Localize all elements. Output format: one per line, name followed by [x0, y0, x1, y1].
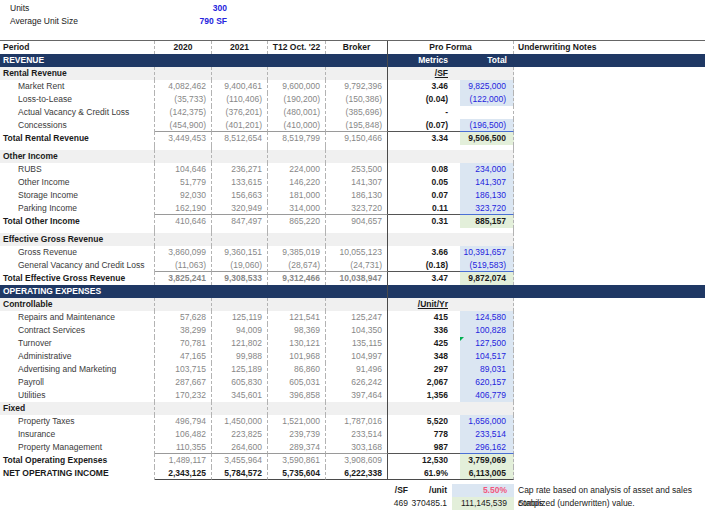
concessions-2020[interactable]: (454,900) — [155, 119, 212, 132]
actual-vacancy-credit-loss-2020[interactable]: (142,375) — [155, 106, 212, 119]
advertising-and-marketing-proforma-total[interactable]: 89,031 — [460, 363, 514, 376]
total-other-income-2021[interactable]: 847,497 — [212, 215, 268, 228]
actual-vacancy-credit-loss-broker[interactable]: (385,696) — [326, 106, 388, 119]
insurance-metric[interactable]: 778 — [388, 428, 460, 441]
total-other-income-t12[interactable]: 865,220 — [268, 215, 326, 228]
total-effective-gross-revenue-proforma-total[interactable]: 9,872,074 — [460, 272, 514, 285]
turnover-2021[interactable]: 121,802 — [212, 337, 268, 350]
concessions-t12[interactable]: (410,000) — [268, 119, 326, 132]
property-taxes-2020[interactable]: 496,794 — [155, 415, 212, 428]
general-vacancy-and-credit-loss-proforma-total[interactable]: (519,583) — [460, 259, 514, 272]
storage-income-t12[interactable]: 181,000 — [268, 189, 326, 202]
actual-vacancy-credit-loss-proforma-total[interactable] — [460, 106, 514, 119]
parking-income-metric[interactable]: 0.11 — [388, 202, 460, 215]
property-management-2020[interactable]: 110,355 — [155, 441, 212, 454]
contract-services-metric[interactable]: 336 — [388, 324, 460, 337]
parking-income-2020[interactable]: 162,190 — [155, 202, 212, 215]
total-rental-revenue-t12[interactable]: 8,519,799 — [268, 132, 326, 145]
other-income-metric[interactable]: 0.05 — [388, 176, 460, 189]
contract-services-proforma-total[interactable]: 100,828 — [460, 324, 514, 337]
general-vacancy-and-credit-loss-t12[interactable]: (28,674) — [268, 259, 326, 272]
total-other-income-2020[interactable]: 410,646 — [155, 215, 212, 228]
other-income-2020[interactable]: 51,779 — [155, 176, 212, 189]
turnover-proforma-total[interactable]: 127,500 — [460, 337, 514, 350]
net-operating-income-metric[interactable]: 61.9% — [388, 467, 460, 480]
parking-income-broker[interactable]: 323,720 — [326, 202, 388, 215]
cap-rate-value[interactable]: 5.50% — [452, 484, 514, 497]
utilities-t12[interactable]: 396,858 — [268, 389, 326, 402]
actual-vacancy-credit-loss-t12[interactable]: (480,001) — [268, 106, 326, 119]
repairs-and-maintenance-broker[interactable]: 125,247 — [326, 311, 388, 324]
net-operating-income-broker[interactable]: 6,222,338 — [326, 467, 388, 480]
contract-services-2021[interactable]: 94,009 — [212, 324, 268, 337]
payroll-metric[interactable]: 2,067 — [388, 376, 460, 389]
general-vacancy-and-credit-loss-metric[interactable]: (0.18) — [388, 259, 460, 272]
rubs-2020[interactable]: 104,646 — [155, 163, 212, 176]
total-rental-revenue-2021[interactable]: 8,512,654 — [212, 132, 268, 145]
storage-income-2020[interactable]: 92,030 — [155, 189, 212, 202]
insurance-2020[interactable]: 106,482 — [155, 428, 212, 441]
total-operating-expenses-t12[interactable]: 3,590,861 — [268, 454, 326, 467]
repairs-and-maintenance-2020[interactable]: 57,628 — [155, 311, 212, 324]
parking-income-proforma-total[interactable]: 323,720 — [460, 202, 514, 215]
storage-income-metric[interactable]: 0.07 — [388, 189, 460, 202]
total-rental-revenue-metric[interactable]: 3.34 — [388, 132, 460, 145]
insurance-2021[interactable]: 223,825 — [212, 428, 268, 441]
col-header-2020[interactable]: 2020 — [155, 41, 212, 54]
market-rent-t12[interactable]: 9,600,000 — [268, 80, 326, 93]
gross-revenue-proforma-total[interactable]: 10,391,657 — [460, 246, 514, 259]
repairs-and-maintenance-metric[interactable]: 415 — [388, 311, 460, 324]
turnover-2020[interactable]: 70,781 — [155, 337, 212, 350]
rubs-t12[interactable]: 224,000 — [268, 163, 326, 176]
advertising-and-marketing-2021[interactable]: 125,189 — [212, 363, 268, 376]
market-rent-metric[interactable]: 3.46 — [388, 80, 460, 93]
administrative-metric[interactable]: 348 — [388, 350, 460, 363]
administrative-broker[interactable]: 104,997 — [326, 350, 388, 363]
concessions-proforma-total[interactable]: (196,500) — [460, 119, 514, 132]
net-operating-income-proforma-total[interactable]: 6,113,005 — [460, 467, 514, 480]
property-taxes-metric[interactable]: 5,520 — [388, 415, 460, 428]
total-operating-expenses-broker[interactable]: 3,908,609 — [326, 454, 388, 467]
insurance-proforma-total[interactable]: 233,514 — [460, 428, 514, 441]
total-effective-gross-revenue-t12[interactable]: 9,312,466 — [268, 272, 326, 285]
net-operating-income-2021[interactable]: 5,784,572 — [212, 467, 268, 480]
advertising-and-marketing-2020[interactable]: 103,715 — [155, 363, 212, 376]
col-header-t12[interactable]: T12 Oct. '22 — [268, 41, 326, 54]
payroll-2020[interactable]: 287,667 — [155, 376, 212, 389]
total-operating-expenses-proforma-total[interactable]: 3,759,069 — [460, 454, 514, 467]
utilities-metric[interactable]: 1,356 — [388, 389, 460, 402]
property-taxes-2021[interactable]: 1,450,000 — [212, 415, 268, 428]
utilities-2020[interactable]: 170,232 — [155, 389, 212, 402]
property-taxes-t12[interactable]: 1,521,000 — [268, 415, 326, 428]
net-operating-income-2020[interactable]: 2,343,125 — [155, 467, 212, 480]
total-rental-revenue-broker[interactable]: 9,150,466 — [326, 132, 388, 145]
repairs-and-maintenance-t12[interactable]: 121,541 — [268, 311, 326, 324]
total-other-income-broker[interactable]: 904,657 — [326, 215, 388, 228]
total-effective-gross-revenue-2021[interactable]: 9,308,533 — [212, 272, 268, 285]
property-taxes-proforma-total[interactable]: 1,656,000 — [460, 415, 514, 428]
total-rental-revenue-2020[interactable]: 3,449,453 — [155, 132, 212, 145]
total-other-income-metric[interactable]: 0.31 — [388, 215, 460, 228]
contract-services-broker[interactable]: 104,350 — [326, 324, 388, 337]
administrative-2021[interactable]: 99,988 — [212, 350, 268, 363]
other-income-broker[interactable]: 141,307 — [326, 176, 388, 189]
turnover-metric[interactable]: 425 — [388, 337, 460, 350]
loss-to-lease-metric[interactable]: (0.04) — [388, 93, 460, 106]
property-management-proforma-total[interactable]: 296,162 — [460, 441, 514, 454]
payroll-proforma-total[interactable]: 620,157 — [460, 376, 514, 389]
actual-vacancy-credit-loss-metric[interactable]: - — [388, 106, 460, 119]
total-operating-expenses-2020[interactable]: 1,489,117 — [155, 454, 212, 467]
concessions-metric[interactable]: (0.07) — [388, 119, 460, 132]
general-vacancy-and-credit-loss-broker[interactable]: (24,731) — [326, 259, 388, 272]
advertising-and-marketing-t12[interactable]: 86,860 — [268, 363, 326, 376]
average-unit-size-value[interactable]: 790 SF — [155, 15, 229, 28]
market-rent-2020[interactable]: 4,082,462 — [155, 80, 212, 93]
col-header-broker[interactable]: Broker — [326, 41, 388, 54]
concessions-broker[interactable]: (195,848) — [326, 119, 388, 132]
repairs-and-maintenance-2021[interactable]: 125,119 — [212, 311, 268, 324]
property-management-2021[interactable]: 264,600 — [212, 441, 268, 454]
gross-revenue-broker[interactable]: 10,055,123 — [326, 246, 388, 259]
payroll-t12[interactable]: 605,031 — [268, 376, 326, 389]
rubs-2021[interactable]: 236,271 — [212, 163, 268, 176]
administrative-proforma-total[interactable]: 104,517 — [460, 350, 514, 363]
